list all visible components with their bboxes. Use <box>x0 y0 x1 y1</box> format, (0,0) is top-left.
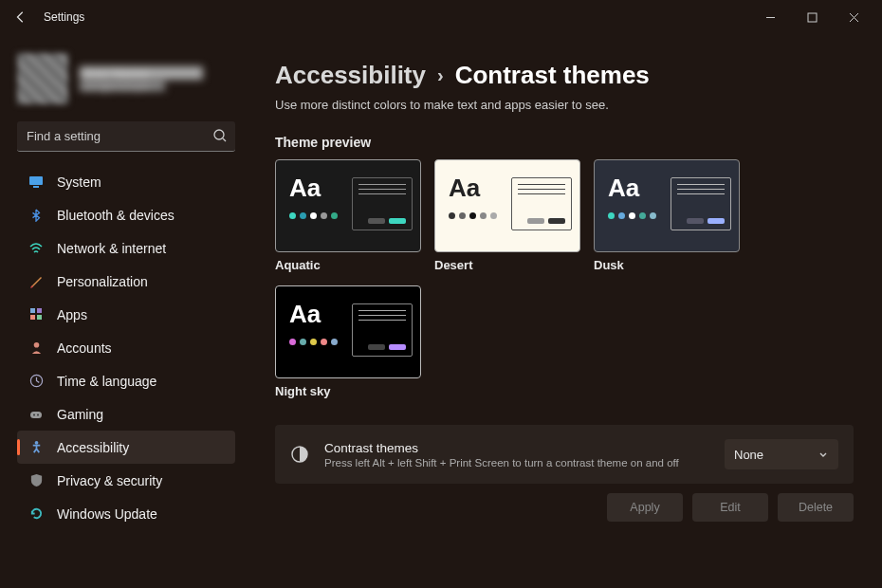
theme-tile-night-sky[interactable]: Aa Night sky <box>275 285 421 398</box>
minimize-icon <box>765 12 776 23</box>
sidebar-item-apps[interactable]: Apps <box>17 298 235 331</box>
breadcrumb: Accessibility › Contrast themes <box>275 61 854 90</box>
sidebar-item-time-language[interactable]: Time & language <box>17 364 235 397</box>
sidebar-item-accessibility[interactable]: Accessibility <box>17 431 235 464</box>
page-subheading: Use more distinct colors to make text an… <box>275 98 854 112</box>
theme-name: Desert <box>434 258 580 272</box>
theme-preview: Aa <box>275 285 421 378</box>
svg-rect-12 <box>30 412 42 418</box>
svg-rect-8 <box>30 315 35 320</box>
theme-tile-dusk[interactable]: Aa Dusk <box>594 159 740 272</box>
sidebar-item-label: Apps <box>57 307 87 322</box>
sidebar-item-system[interactable]: System <box>17 165 235 198</box>
contrast-icon <box>290 445 309 464</box>
back-button[interactable] <box>8 4 34 30</box>
window-controls <box>749 4 874 30</box>
sidebar-item-gaming[interactable]: Gaming <box>17 397 235 431</box>
avatar <box>17 53 68 104</box>
svg-point-10 <box>33 342 39 348</box>
edit-button[interactable]: Edit <box>692 493 768 522</box>
svg-rect-4 <box>29 176 43 185</box>
sidebar-item-privacy[interactable]: Privacy & security <box>17 464 235 497</box>
sidebar-item-label: Network & internet <box>57 241 166 256</box>
svg-rect-6 <box>30 308 35 313</box>
svg-point-13 <box>33 413 35 415</box>
paintbrush-icon <box>28 274 44 289</box>
minimize-button[interactable] <box>749 4 791 30</box>
svg-rect-7 <box>37 308 42 313</box>
svg-point-2 <box>214 130 224 139</box>
theme-tile-aquatic[interactable]: Aa Aquatic <box>275 159 421 272</box>
clock-icon <box>28 374 44 389</box>
theme-name: Dusk <box>594 258 740 272</box>
sidebar-item-label: Windows Update <box>57 506 157 522</box>
window-preview-icon <box>671 177 731 230</box>
search-box <box>17 121 235 152</box>
close-button[interactable] <box>833 4 874 30</box>
theme-tile-desert[interactable]: Aa Desert <box>434 159 580 272</box>
window-title: Settings <box>44 10 84 24</box>
dropdown-value: None <box>734 448 763 462</box>
sidebar-item-label: Bluetooth & devices <box>57 208 175 223</box>
card-text: Contrast themes Press left Alt + left Sh… <box>324 441 709 469</box>
action-buttons: Apply Edit Delete <box>275 493 854 522</box>
gamepad-icon <box>28 407 44 422</box>
monitor-icon <box>28 175 44 190</box>
user-email: user@example <box>80 82 165 91</box>
chevron-down-icon <box>818 449 829 460</box>
title-bar: Settings <box>0 0 882 34</box>
theme-grid: Aa Aquatic Aa <box>275 159 806 398</box>
theme-name: Night sky <box>275 384 421 398</box>
search-icon <box>212 128 228 143</box>
svg-rect-5 <box>33 186 39 188</box>
nav-list: System Bluetooth & devices Network & int… <box>17 165 235 530</box>
user-text: User Name user@example <box>80 66 203 91</box>
sidebar-item-label: Time & language <box>57 374 156 389</box>
theme-preview: Aa <box>275 159 421 252</box>
sidebar-item-label: Accounts <box>57 340 112 356</box>
sidebar-item-label: Personalization <box>57 274 148 289</box>
page-title: Contrast themes <box>455 61 650 90</box>
card-subtitle: Press left Alt + left Shift + Print Scre… <box>324 457 709 469</box>
window-preview-icon <box>511 177 572 230</box>
apps-icon <box>28 307 44 322</box>
sidebar-item-label: Accessibility <box>57 440 129 455</box>
sidebar-item-bluetooth[interactable]: Bluetooth & devices <box>17 198 235 231</box>
breadcrumb-parent[interactable]: Accessibility <box>275 61 426 90</box>
main-content: Accessibility › Contrast themes Use more… <box>247 34 882 588</box>
back-arrow-icon <box>14 10 28 24</box>
maximize-button[interactable] <box>791 4 833 30</box>
svg-line-3 <box>223 138 226 141</box>
sidebar-item-personalization[interactable]: Personalization <box>17 265 235 298</box>
search-input[interactable] <box>17 121 235 152</box>
sidebar-item-windows-update[interactable]: Windows Update <box>17 497 235 530</box>
theme-name: Aquatic <box>275 258 421 272</box>
accessibility-icon <box>28 440 44 455</box>
sidebar-item-label: System <box>57 175 101 190</box>
svg-rect-9 <box>37 315 42 320</box>
svg-rect-1 <box>808 13 817 22</box>
card-title: Contrast themes <box>324 441 709 455</box>
person-icon <box>28 340 44 356</box>
apply-button[interactable]: Apply <box>607 493 683 522</box>
delete-button[interactable]: Delete <box>778 493 854 522</box>
sidebar-item-label: Gaming <box>57 407 103 422</box>
maximize-icon <box>807 12 818 23</box>
sidebar-item-accounts[interactable]: Accounts <box>17 331 235 364</box>
shield-icon <box>28 473 44 488</box>
theme-preview: Aa <box>594 159 740 252</box>
svg-point-15 <box>34 441 38 445</box>
update-icon <box>28 506 44 522</box>
user-account[interactable]: User Name user@example <box>17 53 235 104</box>
wifi-icon <box>28 241 44 256</box>
contrast-theme-card: Contrast themes Press left Alt + left Sh… <box>275 425 854 484</box>
user-name: User Name <box>80 66 203 80</box>
theme-select-dropdown[interactable]: None <box>725 439 838 469</box>
window-preview-icon <box>352 303 413 357</box>
sidebar: User Name user@example System Bluetooth … <box>0 34 247 588</box>
sidebar-item-label: Privacy & security <box>57 473 162 488</box>
theme-preview: Aa <box>434 159 580 252</box>
sidebar-item-network[interactable]: Network & internet <box>17 231 235 265</box>
bluetooth-icon <box>28 208 44 223</box>
close-icon <box>849 12 859 23</box>
